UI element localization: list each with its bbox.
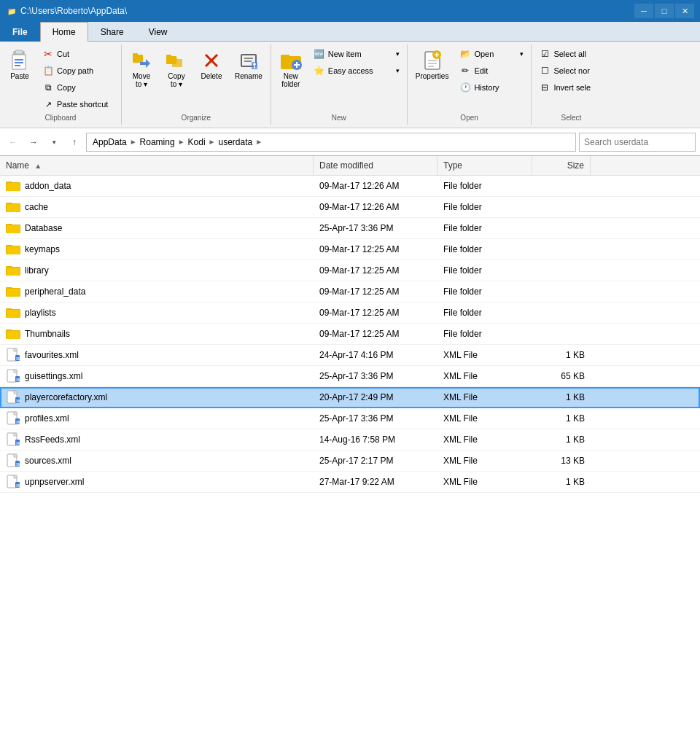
properties-label: Properties <box>416 72 449 80</box>
file-type-cell: File folder <box>438 199 532 215</box>
copy-path-button[interactable]: 📋 Copy path <box>38 63 118 79</box>
file-name-cell: XML upnpserver.xml <box>0 472 314 492</box>
edit-button[interactable]: ✏ Edit <box>455 63 528 79</box>
table-row[interactable]: peripheral_data 09-Mar-17 12:25 AM File … <box>0 281 700 303</box>
tab-view[interactable]: View <box>136 22 180 42</box>
new-folder-button[interactable]: Newfolder <box>274 46 308 91</box>
file-name-cell: keymaps <box>0 239 314 260</box>
file-size-cell: 65 KB <box>532 368 591 384</box>
forward-button[interactable]: → <box>25 133 42 151</box>
file-date-cell: 09-Mar-17 12:25 AM <box>314 241 438 257</box>
breadcrumb-item-appdata[interactable]: AppData <box>91 137 128 147</box>
easy-access-button[interactable]: ⭐ Easy access ▾ <box>309 63 404 79</box>
recent-locations-button[interactable]: ▾ <box>45 133 63 151</box>
easy-access-icon: ⭐ <box>314 65 325 77</box>
close-button[interactable]: ✕ <box>675 4 694 18</box>
file-type-cell: File folder <box>438 284 532 300</box>
tab-file[interactable]: File <box>0 22 40 42</box>
breadcrumb-item-roaming[interactable]: Roaming <box>139 137 176 147</box>
file-name-cell: cache <box>0 197 314 217</box>
table-row[interactable]: XML upnpserver.xml 27-Mar-17 9:22 AM XML… <box>0 472 700 493</box>
ribbon-tabs: File Home Share View <box>0 22 700 42</box>
col-header-type[interactable]: Type <box>438 156 532 175</box>
delete-button[interactable]: Delete <box>195 46 228 83</box>
maximize-button[interactable]: □ <box>655 4 674 18</box>
folder-icon <box>6 327 20 341</box>
file-type-cell: XML File <box>438 432 532 448</box>
title-bar: 📁 C:\Users\Roberto\AppData\ ─ □ ✕ <box>0 0 700 22</box>
file-date-cell: 25-Apr-17 3:36 PM <box>314 410 438 426</box>
select-buttons: ☑ Select all ☐ Select nor ⊟ Invert sele <box>534 46 607 112</box>
col-header-size[interactable]: Size <box>532 156 591 175</box>
table-row[interactable]: library 09-Mar-17 12:25 AM File folder <box>0 260 700 281</box>
history-button[interactable]: 🕐 History <box>455 79 528 95</box>
paste-shortcut-button[interactable]: ↗ Paste shortcut <box>38 96 118 112</box>
svg-rect-9 <box>140 62 146 65</box>
table-row[interactable]: XML playercorefactory.xml 20-Apr-17 2:49… <box>0 387 700 408</box>
file-name-cell: library <box>0 260 314 281</box>
xml-file-icon: XML <box>6 369 20 383</box>
search-input[interactable] <box>579 133 696 152</box>
group-clipboard: Paste ✂ Cut 📋 Copy path ⧉ Copy <box>0 44 122 125</box>
file-date-cell: 09-Mar-17 12:25 AM <box>314 284 438 300</box>
breadcrumb-item-userdata[interactable]: userdata <box>217 137 254 147</box>
col-header-date[interactable]: Date modified <box>314 156 438 175</box>
table-row[interactable]: playlists 09-Mar-17 12:25 AM File folder <box>0 303 700 324</box>
open-button[interactable]: 📂 Open ▾ <box>455 46 528 62</box>
back-button[interactable]: ← <box>4 133 22 151</box>
file-date-cell: 24-Apr-17 4:16 PM <box>314 347 438 363</box>
copy-to-button[interactable]: Copyto ▾ <box>160 46 193 91</box>
select-none-button[interactable]: ☐ Select nor <box>534 63 607 79</box>
folder-icon <box>6 200 20 214</box>
file-name-cell: XML RssFeeds.xml <box>0 429 314 450</box>
paste-shortcut-label: Paste shortcut <box>57 100 108 109</box>
file-date-cell: 20-Apr-17 2:49 PM <box>314 389 438 405</box>
copy-label: Copy <box>57 83 76 92</box>
table-row[interactable]: XML RssFeeds.xml 14-Aug-16 7:58 PM XML F… <box>0 429 700 451</box>
properties-button[interactable]: Properties <box>411 46 454 83</box>
file-date-cell: 14-Aug-16 7:58 PM <box>314 432 438 448</box>
file-type-cell: File folder <box>438 262 532 278</box>
file-name: playercorefactory.xml <box>25 392 107 402</box>
delete-icon <box>200 49 223 72</box>
minimize-button[interactable]: ─ <box>634 4 653 18</box>
edit-label: Edit <box>474 66 488 75</box>
up-button[interactable]: ↑ <box>66 133 83 151</box>
table-row[interactable]: keymaps 09-Mar-17 12:25 AM File folder <box>0 239 700 260</box>
file-name: RssFeeds.xml <box>25 434 80 445</box>
new-item-button[interactable]: 🆕 New item ▾ <box>309 46 404 62</box>
tab-share[interactable]: Share <box>88 22 136 42</box>
paste-button[interactable]: Paste <box>3 46 36 83</box>
table-row[interactable]: Database 25-Apr-17 3:36 PM File folder <box>0 218 700 239</box>
invert-selection-button[interactable]: ⊟ Invert sele <box>534 79 607 95</box>
rename-button[interactable]: Rename <box>230 46 268 83</box>
group-open: Properties 📂 Open ▾ ✏ Edit 🕐 His <box>408 44 532 125</box>
svg-text:XML: XML <box>16 378 20 382</box>
tab-home[interactable]: Home <box>40 22 88 42</box>
file-type-cell: XML File <box>438 410 532 426</box>
sort-arrow-name: ▲ <box>31 162 44 170</box>
easy-access-label: Easy access <box>328 66 373 75</box>
move-to-button[interactable]: Moveto ▾ <box>125 46 158 91</box>
col-header-name[interactable]: Name ▲ <box>0 156 314 175</box>
delete-label: Delete <box>201 72 222 80</box>
table-row[interactable]: XML sources.xml 25-Apr-17 2:17 PM XML Fi… <box>0 451 700 472</box>
table-row[interactable]: XML guisettings.xml 25-Apr-17 3:36 PM XM… <box>0 366 700 387</box>
rename-label: Rename <box>235 72 262 80</box>
table-row[interactable]: Thumbnails 09-Mar-17 12:25 AM File folde… <box>0 324 700 345</box>
svg-rect-42 <box>7 225 20 233</box>
cut-button[interactable]: ✂ Cut <box>38 46 118 62</box>
table-row[interactable]: cache 09-Mar-17 12:26 AM File folder <box>0 197 700 218</box>
breadcrumb-item-kodi[interactable]: Kodi <box>187 137 207 147</box>
file-size-cell <box>532 331 591 337</box>
file-type-cell: XML File <box>438 389 532 405</box>
svg-rect-13 <box>172 58 177 61</box>
svg-text:XML: XML <box>16 463 20 467</box>
svg-rect-5 <box>15 65 20 66</box>
table-row[interactable]: addon_data 09-Mar-17 12:26 AM File folde… <box>0 176 700 197</box>
table-row[interactable]: XML profiles.xml 25-Apr-17 3:36 PM XML F… <box>0 408 700 429</box>
select-all-button[interactable]: ☑ Select all <box>534 46 607 62</box>
table-row[interactable]: XML favourites.xml 24-Apr-17 4:16 PM XML… <box>0 345 700 366</box>
file-name-cell: Thumbnails <box>0 324 314 344</box>
copy-button[interactable]: ⧉ Copy <box>38 79 118 95</box>
